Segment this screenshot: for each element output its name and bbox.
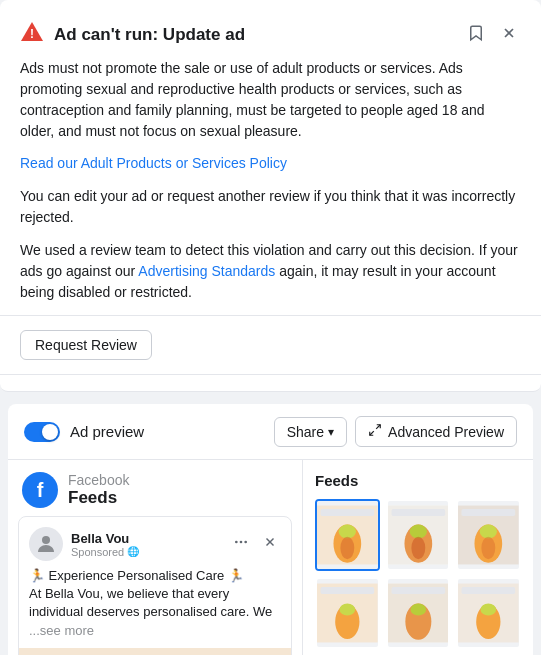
platform-name: Facebook	[68, 472, 129, 488]
svg-point-41	[482, 537, 496, 560]
feed-thumbnail-2[interactable]	[386, 499, 451, 571]
divider	[0, 315, 541, 316]
preview-card: Ad preview Share ▾ Advanced Preview	[8, 404, 533, 655]
globe-icon: 🌐	[127, 546, 139, 557]
ad-card-actions	[229, 532, 281, 556]
svg-point-6	[235, 541, 238, 544]
ad-preview-area: f Facebook Feeds Bella Vou	[8, 459, 533, 655]
advertising-standards-link[interactable]: Advertising Standards	[138, 263, 275, 279]
feed-thumbnail-6[interactable]	[456, 577, 521, 649]
bookmark-button[interactable]	[463, 20, 489, 46]
svg-point-45	[340, 604, 356, 616]
right-panel: Feeds	[303, 460, 533, 655]
svg-text:!: !	[30, 27, 34, 41]
ad-close-button[interactable]	[259, 533, 281, 555]
advertiser-avatar	[29, 527, 63, 561]
svg-point-40	[480, 525, 497, 539]
ad-more-options-button[interactable]	[229, 532, 253, 556]
svg-point-36	[411, 537, 425, 560]
svg-rect-11	[19, 648, 291, 655]
feed-thumbnail-5[interactable]	[386, 577, 451, 649]
advanced-preview-button[interactable]: Advanced Preview	[355, 416, 517, 447]
svg-rect-33	[391, 509, 445, 516]
svg-point-7	[240, 541, 243, 544]
facebook-logo: f	[22, 472, 58, 508]
share-button[interactable]: Share ▾	[274, 417, 347, 447]
ad-text: 🏃 Experience Personalised Care 🏃At Bella…	[19, 567, 291, 648]
facebook-platform-info: Facebook Feeds	[68, 472, 129, 508]
see-more-link[interactable]: ...see more	[29, 623, 94, 638]
svg-point-53	[481, 604, 497, 616]
svg-rect-38	[462, 509, 516, 516]
toggle-label-group: Ad preview	[24, 422, 144, 442]
modal-card: ! Ad can't run: Update ad Ads must not p…	[0, 0, 541, 392]
expand-icon	[368, 423, 382, 440]
thumb-inner-5	[388, 579, 449, 647]
ad-preview-toggle[interactable]	[24, 422, 60, 442]
modal-title: Ad can't run: Update ad	[54, 25, 245, 44]
preview-toolbar: Ad preview Share ▾ Advanced Preview	[8, 404, 533, 459]
thumb-inner-3	[458, 501, 519, 569]
policy-text: Ads must not promote the sale or use of …	[20, 58, 521, 142]
ad-card: Bella Vou Sponsored 🌐	[18, 516, 292, 655]
advertiser-name: Bella Vou	[71, 531, 221, 546]
svg-point-35	[409, 525, 426, 539]
request-review-button[interactable]: Request Review	[20, 330, 152, 360]
thumb-inner-6	[458, 579, 519, 647]
feed-thumbnail-1[interactable]	[315, 499, 380, 571]
feed-thumbnail-4[interactable]	[315, 577, 380, 649]
modal-body: Ads must not promote the sale or use of …	[20, 58, 521, 391]
close-button[interactable]	[497, 21, 521, 45]
feed-thumbnails	[315, 499, 521, 649]
thumb-inner-1	[317, 501, 378, 569]
svg-rect-47	[391, 587, 445, 594]
review-team-text: We used a review team to detect this vio…	[20, 240, 521, 303]
chevron-down-icon: ▾	[328, 425, 334, 439]
toggle-text: Ad preview	[70, 423, 144, 440]
svg-point-5	[42, 536, 50, 544]
svg-point-8	[244, 541, 247, 544]
left-panel: f Facebook Feeds Bella Vou	[8, 460, 303, 655]
modal-header-left: !	[20, 20, 44, 48]
modal-header-actions	[463, 20, 521, 46]
placement-name: Feeds	[68, 488, 129, 508]
svg-point-30	[339, 525, 356, 539]
svg-point-31	[340, 537, 354, 560]
thumb-inner-4	[317, 579, 378, 647]
svg-rect-43	[320, 587, 374, 594]
ad-image	[19, 648, 291, 655]
bottom-divider	[0, 374, 541, 375]
policy-link[interactable]: Read our Adult Products or Services Poli…	[20, 155, 287, 171]
toolbar-right: Share ▾ Advanced Preview	[274, 416, 517, 447]
warning-icon: !	[20, 20, 44, 48]
svg-rect-51	[462, 587, 516, 594]
svg-rect-28	[320, 509, 374, 516]
feeds-title: Feeds	[315, 472, 521, 489]
facebook-header: f Facebook Feeds	[8, 460, 302, 516]
ad-meta: Bella Vou Sponsored 🌐	[71, 531, 221, 558]
svg-line-3	[376, 425, 380, 429]
feed-thumbnail-3[interactable]	[456, 499, 521, 571]
edit-text: You can edit your ad or request another …	[20, 186, 521, 228]
svg-line-4	[370, 431, 374, 435]
ad-card-header: Bella Vou Sponsored 🌐	[19, 517, 291, 567]
thumb-inner-2	[388, 501, 449, 569]
sponsored-label: Sponsored 🌐	[71, 546, 221, 558]
svg-point-49	[410, 604, 426, 616]
